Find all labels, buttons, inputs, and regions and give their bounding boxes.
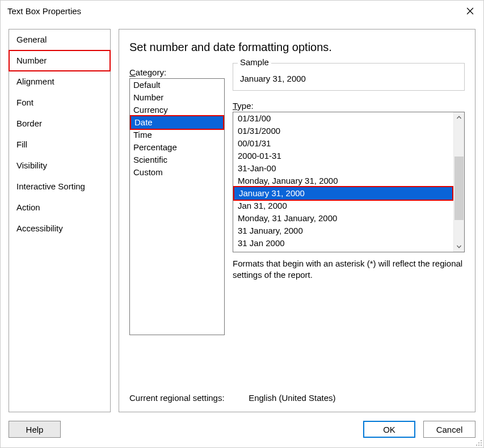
cancel-button[interactable]: Cancel: [423, 421, 475, 438]
sample-label: Sample: [238, 57, 271, 67]
chevron-down-icon: [457, 245, 461, 248]
main-panel: Set number and date formatting options. …: [119, 29, 475, 412]
type-item[interactable]: 31 January, 2000: [233, 225, 453, 237]
type-item[interactable]: 31-Jan-00: [233, 162, 453, 175]
page-heading: Set number and date formatting options.: [129, 41, 465, 54]
type-item[interactable]: Monday, January 31, 2000: [233, 175, 453, 187]
sample-group: Sample January 31, 2000: [233, 63, 465, 91]
svg-point-7: [481, 445, 482, 446]
category-item-scientific[interactable]: Scientific: [130, 154, 224, 166]
chevron-up-icon: [457, 116, 461, 119]
sidebar-item-general[interactable]: General: [9, 29, 111, 50]
sidebar-item-alignment[interactable]: Alignment: [9, 71, 111, 92]
sidebar-item-border[interactable]: Border: [9, 113, 111, 134]
category-listbox[interactable]: Default Number Currency Date Time Percen…: [129, 78, 225, 335]
type-item[interactable]: 01/31/00: [233, 112, 453, 125]
dialog-footer: Help OK Cancel: [9, 419, 475, 439]
help-button[interactable]: Help: [9, 421, 61, 438]
scroll-thumb[interactable]: [454, 157, 464, 220]
category-item-date[interactable]: Date: [130, 115, 224, 130]
category-item-percentage[interactable]: Percentage: [130, 141, 224, 154]
sidebar-item-interactive-sorting[interactable]: Interactive Sorting: [9, 176, 111, 197]
regional-label: Current regional settings:: [129, 393, 246, 403]
close-button[interactable]: [460, 3, 480, 20]
category-item-currency[interactable]: Currency: [130, 104, 224, 116]
type-label: Type:: [233, 101, 465, 111]
scroll-down-button[interactable]: [454, 242, 464, 252]
category-item-time[interactable]: Time: [130, 129, 224, 141]
type-listbox[interactable]: 01/31/00 01/31/2000 00/01/31 2000-01-31 …: [233, 112, 465, 252]
type-item[interactable]: 31 Jan 2000: [233, 237, 453, 250]
sidebar-item-number[interactable]: Number: [9, 50, 111, 71]
titlebar: Text Box Properties: [1, 1, 483, 22]
type-item[interactable]: 2000-01-31: [233, 150, 453, 162]
type-item[interactable]: January 31, 2000: [233, 186, 453, 201]
type-item[interactable]: 01/31/2000: [233, 125, 453, 137]
sidebar-item-visibility[interactable]: Visibility: [9, 155, 111, 176]
type-item[interactable]: 00/01/31: [233, 137, 453, 150]
regional-value: English (United States): [249, 393, 335, 403]
scroll-up-button[interactable]: [454, 112, 464, 122]
type-scrollbar[interactable]: [453, 112, 464, 252]
sidebar-item-font[interactable]: Font: [9, 92, 111, 113]
window-title: Text Box Properties: [7, 6, 460, 16]
regional-settings: Current regional settings: English (Unit…: [129, 393, 465, 405]
category-item-custom[interactable]: Custom: [130, 166, 224, 179]
svg-point-4: [481, 442, 482, 443]
ok-button[interactable]: OK: [363, 421, 415, 438]
properties-sidebar: General Number Alignment Font Border Fil…: [9, 29, 111, 412]
svg-point-5: [476, 445, 477, 446]
format-note: Formats that begin with an asterisk (*) …: [233, 258, 465, 281]
sidebar-item-accessibility[interactable]: Accessibility: [9, 218, 111, 239]
sidebar-item-action[interactable]: Action: [9, 197, 111, 218]
type-item[interactable]: Monday, 31 January, 2000: [233, 212, 453, 225]
category-item-number[interactable]: Number: [130, 91, 224, 104]
svg-point-2: [481, 440, 482, 441]
sidebar-item-fill[interactable]: Fill: [9, 134, 111, 155]
sample-value: January 31, 2000: [239, 74, 458, 83]
svg-point-3: [478, 442, 479, 443]
resize-grip[interactable]: [474, 438, 482, 446]
category-item-default[interactable]: Default: [130, 79, 224, 91]
category-label: Category:: [129, 67, 225, 77]
type-item[interactable]: Monday, January 31, 2000 1:30:00 PM: [233, 250, 453, 252]
close-icon: [466, 7, 474, 15]
type-item[interactable]: Jan 31, 2000: [233, 200, 453, 212]
resize-grip-icon: [474, 438, 482, 446]
svg-point-6: [478, 445, 479, 446]
